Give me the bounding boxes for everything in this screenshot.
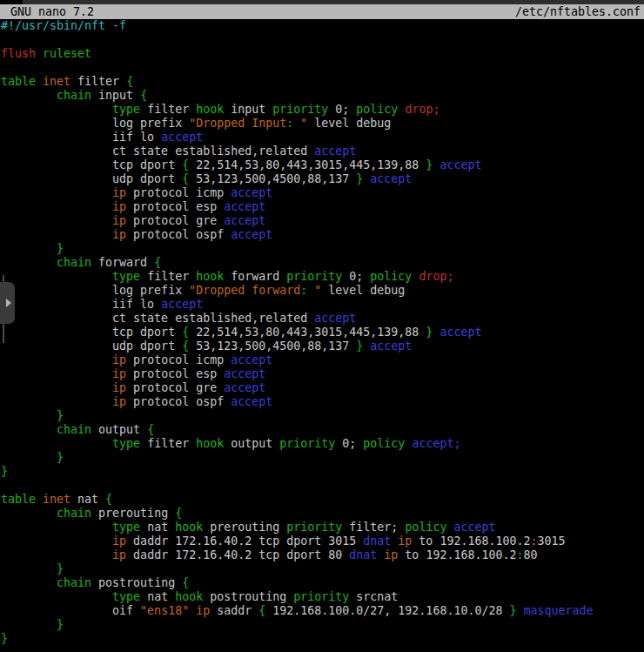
- code-line[interactable]: ip protocol icmp accept: [1, 186, 643, 200]
- code-line[interactable]: tcp dport { 22,514,53,80,443,3015,445,13…: [1, 158, 643, 172]
- code-line[interactable]: type filter hook forward priority 0; pol…: [1, 270, 643, 284]
- code-segment: [1, 618, 57, 631]
- code-segment: table: [1, 75, 36, 88]
- code-line[interactable]: [1, 479, 643, 493]
- code-line[interactable]: log prefix "Dropped forward: " level deb…: [1, 284, 643, 298]
- code-segment: [1, 103, 112, 116]
- code-segment: ip: [112, 186, 126, 199]
- side-panel-toggle[interactable]: [0, 282, 15, 324]
- code-segment: ": [307, 284, 321, 297]
- code-line[interactable]: ct state established,related accept: [1, 145, 643, 158]
- code-segment: ip: [112, 395, 126, 408]
- code-segment: accept: [314, 145, 356, 158]
- code-line[interactable]: type nat hook postrouting priority srcna…: [1, 590, 643, 604]
- code-line[interactable]: chain postrouting {: [1, 576, 643, 590]
- code-segment: protocol icmp: [126, 353, 231, 366]
- code-segment: chain: [57, 89, 91, 102]
- code-segment: policy: [363, 437, 405, 450]
- code-segment: type: [112, 521, 140, 534]
- code-line[interactable]: chain prerouting {: [1, 507, 643, 521]
- code-segment: log prefix: [1, 284, 189, 297]
- code-line[interactable]: iif lo accept: [1, 131, 643, 145]
- code-line[interactable]: }: [1, 618, 643, 632]
- code-segment: ct state established,related: [1, 145, 314, 158]
- code-line[interactable]: }: [1, 562, 643, 576]
- code-segment: hook: [175, 521, 203, 534]
- code-segment: 0;: [328, 103, 356, 116]
- code-line[interactable]: oif "ens18" ip saddr { 192.168.100.0/27,…: [1, 604, 643, 618]
- code-line[interactable]: chain forward {: [1, 256, 643, 270]
- code-segment: [1, 186, 112, 199]
- code-line[interactable]: table inet nat {: [1, 493, 643, 507]
- code-line[interactable]: type filter hook output priority 0; poli…: [1, 437, 643, 451]
- code-line[interactable]: ip protocol esp accept: [1, 200, 643, 214]
- code-segment: [1, 590, 112, 603]
- code-segment: inet: [43, 493, 70, 506]
- code-segment: [1, 534, 112, 548]
- code-line[interactable]: }: [1, 451, 643, 465]
- code-line[interactable]: ip protocol gre accept: [1, 214, 643, 228]
- code-line[interactable]: udp dport { 53,123,500,4500,88,137 } acc…: [1, 172, 643, 186]
- code-segment: forward: [91, 256, 154, 269]
- code-segment: oif: [1, 604, 140, 617]
- code-line[interactable]: type filter hook input priority 0; polic…: [1, 103, 643, 117]
- code-segment: policy: [405, 521, 446, 534]
- code-line[interactable]: ip daddr 172.16.40.2 tcp dport 80 dnat i…: [1, 548, 643, 562]
- code-segment: "ens18": [140, 604, 189, 617]
- code-segment: chain: [57, 507, 91, 520]
- code-line[interactable]: chain output {: [1, 423, 643, 437]
- code-line[interactable]: type nat hook prerouting priority filter…: [1, 521, 643, 534]
- code-line[interactable]: #!/usr/sbin/nft -f: [1, 19, 643, 33]
- code-segment: [1, 242, 57, 255]
- code-segment: postrouting: [203, 590, 293, 603]
- code-line[interactable]: }: [1, 409, 643, 423]
- code-line[interactable]: chain input {: [1, 89, 643, 103]
- code-segment: priority: [286, 270, 342, 283]
- code-line[interactable]: log prefix "Dropped Input: " level debug: [1, 117, 643, 131]
- code-line[interactable]: }: [1, 632, 643, 646]
- code-segment: [1, 395, 112, 408]
- code-segment: ip: [112, 228, 126, 241]
- code-line[interactable]: flush ruleset: [1, 47, 643, 61]
- code-line[interactable]: ct state established,related accept: [1, 312, 643, 326]
- code-segment: {: [126, 75, 133, 88]
- code-segment: accept: [439, 158, 481, 171]
- code-line[interactable]: ip protocol gre accept: [1, 381, 643, 395]
- code-segment: 0;: [342, 270, 370, 283]
- editor-content[interactable]: #!/usr/sbin/nft -f flush ruleset table i…: [1, 19, 643, 646]
- code-line[interactable]: table inet filter {: [1, 75, 643, 89]
- code-segment: ": [293, 117, 307, 130]
- code-segment: chain: [57, 256, 91, 269]
- code-segment: filter: [140, 437, 196, 450]
- code-segment: prerouting: [91, 507, 175, 520]
- code-line[interactable]: tcp dport { 22,514,53,80,443,3015,445,13…: [1, 326, 643, 339]
- code-line[interactable]: udp dport { 53,123,500,4500,88,137 } acc…: [1, 339, 643, 353]
- code-line[interactable]: ip daddr 172.16.40.2 tcp dport 3015 dnat…: [1, 534, 643, 548]
- code-segment: protocol icmp: [126, 186, 231, 199]
- code-segment: output: [224, 437, 279, 450]
- code-segment: daddr 172.16.40.2 tcp dport 80: [126, 548, 349, 561]
- code-segment: [1, 381, 112, 394]
- code-segment: [1, 367, 112, 380]
- code-line[interactable]: iif lo accept: [1, 298, 643, 312]
- code-line[interactable]: }: [1, 465, 643, 479]
- code-segment: protocol ospf: [126, 228, 231, 241]
- code-line[interactable]: [1, 61, 643, 75]
- code-segment: ip: [384, 548, 398, 561]
- code-segment: }: [57, 562, 64, 575]
- code-line[interactable]: ip protocol icmp accept: [1, 353, 643, 367]
- code-line[interactable]: [1, 33, 643, 47]
- code-line[interactable]: ip protocol ospf accept: [1, 395, 643, 409]
- code-line[interactable]: }: [1, 242, 643, 256]
- code-segment: daddr 172.16.40.2 tcp dport 3015: [126, 534, 363, 548]
- code-segment: {: [182, 172, 189, 185]
- code-segment: type: [112, 103, 140, 116]
- code-segment: ip: [112, 200, 126, 213]
- code-segment: iif lo: [1, 298, 161, 311]
- code-segment: }: [1, 632, 8, 645]
- code-line[interactable]: ip protocol ospf accept: [1, 228, 643, 242]
- code-segment: priority: [293, 590, 349, 603]
- code-segment: ruleset: [43, 47, 91, 60]
- code-line[interactable]: ip protocol esp accept: [1, 367, 643, 381]
- code-segment: ip: [112, 381, 126, 394]
